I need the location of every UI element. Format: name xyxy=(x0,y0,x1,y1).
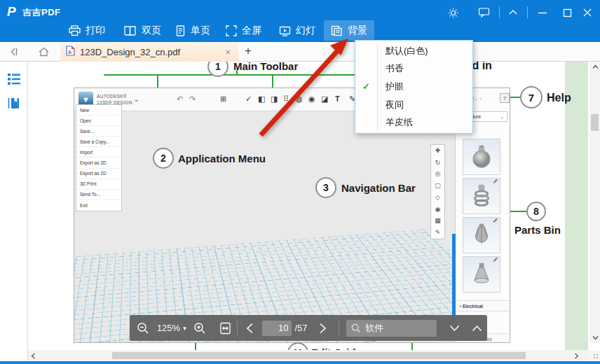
figure-menu-item: New xyxy=(76,105,121,115)
nav-icon: ✎ xyxy=(435,230,441,236)
menu-item-book[interactable]: 书香 xyxy=(355,60,472,78)
print-button[interactable]: 打印 xyxy=(62,20,112,41)
figure-menu-item: Export as 3D xyxy=(76,158,121,168)
menu-item-night[interactable]: 夜间 xyxy=(355,96,472,114)
maximize-icon[interactable] xyxy=(560,6,574,20)
resize-grip-icon xyxy=(593,354,599,359)
figure-menu-item: Send To... xyxy=(76,190,121,200)
vertical-scrollbar[interactable] xyxy=(589,62,600,343)
figure-menu-item: Save... xyxy=(76,126,121,136)
back-icon[interactable] xyxy=(7,45,21,59)
document-tab[interactable]: A 123D_Design_32_cn.pdf × xyxy=(60,43,238,62)
divider xyxy=(339,321,339,335)
figure-bulb-thumbnail xyxy=(463,256,500,293)
double-page-icon xyxy=(123,25,137,36)
scroll-left-icon[interactable] xyxy=(31,353,36,360)
callout-3-label: Navigation Bar xyxy=(341,182,416,194)
figure-menu-item: Exit xyxy=(76,200,121,211)
window-bottom-border xyxy=(0,361,600,364)
left-sidebar xyxy=(0,62,28,361)
figure-navigation-bar: ✚ ↻ ◎ ▢ ◇ ◉ ▦ ✎ xyxy=(430,144,445,239)
scroll-up-icon[interactable] xyxy=(592,63,599,71)
feedback-icon[interactable] xyxy=(477,6,491,20)
tool-icon: ⊞ xyxy=(220,94,226,104)
chevron-down-icon: ⌄ xyxy=(133,94,139,104)
close-icon[interactable] xyxy=(580,6,594,20)
nav-icon: ✚ xyxy=(435,148,441,154)
figure-menu-item: Open xyxy=(76,115,121,126)
figure-bulb-thumbnail xyxy=(463,139,500,175)
tool-icon: ✓ xyxy=(245,94,252,104)
fit-page-button[interactable] xyxy=(214,322,237,335)
collapse-toolbar-icon[interactable] xyxy=(506,6,520,20)
horizontal-scroll-thumb[interactable] xyxy=(112,352,526,359)
redo-icon: ↷ xyxy=(189,94,196,104)
figure-bulb-thumbnail xyxy=(463,217,500,253)
callout-2: 2 xyxy=(153,148,174,169)
app-window: P 吉吉PDF 打印 双页 单页 全屏 幻灯 背景 xyxy=(0,0,600,364)
figure-menu-item: Save a Copy... xyxy=(76,136,121,147)
figure-panel-scrollbar xyxy=(452,234,456,321)
callout-8: 8 xyxy=(526,202,546,221)
bookmarks-panel-icon[interactable] xyxy=(7,97,21,111)
tab-close-icon[interactable]: × xyxy=(223,47,233,57)
menu-item-parchment[interactable]: 羊皮纸 xyxy=(355,113,472,132)
zoom-level-dropdown[interactable]: 125%▾ xyxy=(157,323,186,333)
nav-icon: ◎ xyxy=(435,171,441,177)
resize-corner xyxy=(589,350,600,361)
pdf-file-icon: A xyxy=(66,46,75,59)
background-menu: 默认(白色) 书香 ✓ 护眼 夜间 羊皮纸 xyxy=(355,40,473,134)
figure-app-menu: New Open Save... Save a Copy... Import E… xyxy=(76,104,122,211)
zoom-out-button[interactable] xyxy=(130,322,157,335)
thumbnails-panel-icon[interactable] xyxy=(7,73,21,87)
fullscreen-icon xyxy=(226,25,237,36)
nav-icon: ▢ xyxy=(435,183,441,189)
single-page-icon xyxy=(175,25,186,36)
search-icon xyxy=(351,323,361,333)
callout-2-label: Application Menu xyxy=(178,153,266,164)
find-prev-button[interactable] xyxy=(467,325,487,332)
callout-11-label: Edit Grid xyxy=(311,346,355,350)
page-number-input[interactable]: 10 xyxy=(262,321,292,336)
settings-gear-icon[interactable] xyxy=(446,6,460,20)
printer-icon xyxy=(69,25,81,36)
menu-item-eyecare[interactable]: ✓ 护眼 xyxy=(355,78,472,96)
minimize-icon[interactable] xyxy=(536,6,550,20)
menu-item-default-white[interactable]: 默认(白色) xyxy=(355,42,472,60)
figure-menu-item: 3D Print xyxy=(76,179,121,190)
nav-icon: ◉ xyxy=(435,206,441,213)
scroll-right-icon[interactable] xyxy=(574,353,579,360)
horizontal-scrollbar[interactable] xyxy=(28,350,589,361)
search-input[interactable]: 软件 xyxy=(346,320,437,337)
divider xyxy=(527,6,528,18)
double-page-button[interactable]: 双页 xyxy=(116,20,168,41)
callout-7: 7 xyxy=(520,86,543,108)
red-annotation-arrow xyxy=(252,27,364,146)
eyecare-background xyxy=(565,62,588,350)
figure-menu-item: Export as 2D xyxy=(76,169,121,179)
tab-title: 123D_Design_32_cn.pdf xyxy=(80,47,223,57)
find-next-button[interactable] xyxy=(442,325,467,332)
figure-help-button: ? xyxy=(500,93,510,103)
divider xyxy=(499,6,500,18)
zoom-in-button[interactable] xyxy=(186,322,214,335)
undo-icon: ↶ xyxy=(177,94,183,104)
svg-text:A: A xyxy=(68,50,71,55)
figure-bulb-thumbnail xyxy=(463,178,500,214)
scroll-down-icon[interactable] xyxy=(592,334,599,342)
single-page-button[interactable]: 单页 xyxy=(168,20,217,41)
prev-page-button[interactable] xyxy=(238,323,262,334)
vertical-scroll-thumb[interactable] xyxy=(591,114,599,131)
app-logo-icon: P xyxy=(7,4,16,20)
callout-11: 11 xyxy=(287,342,308,350)
next-page-button[interactable] xyxy=(308,323,339,334)
figure-section-electrical: › Electrical xyxy=(456,300,510,312)
home-icon[interactable] xyxy=(36,45,50,59)
callout-7-label: Help xyxy=(547,92,571,104)
callout-8-label: Parts Bin xyxy=(514,224,561,236)
nav-icon: ↻ xyxy=(435,160,441,166)
figure-menu-item: Import xyxy=(76,147,121,158)
page-total: /57 xyxy=(292,323,307,333)
callout-3: 3 xyxy=(315,177,336,198)
app-name: 吉吉PDF xyxy=(22,6,61,19)
